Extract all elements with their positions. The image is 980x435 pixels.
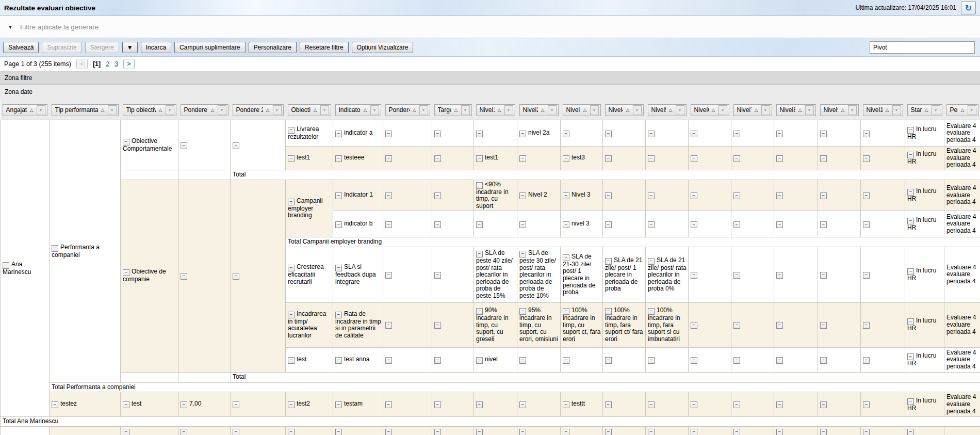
collapse-icon[interactable]: −: [605, 221, 612, 228]
collapse-icon[interactable]: −: [335, 429, 342, 435]
collapse-icon[interactable]: −: [820, 155, 827, 162]
filter-dropdown-icon[interactable]: ▼: [633, 105, 642, 115]
filter-dropdown-icon[interactable]: ▼: [848, 105, 857, 115]
collapse-icon[interactable]: −: [233, 273, 239, 280]
collapse-icon[interactable]: −: [820, 272, 827, 279]
collapse-icon[interactable]: −: [733, 155, 740, 162]
collapse-icon[interactable]: −: [385, 192, 392, 199]
column-header-st[interactable]: Stare△▼: [907, 104, 942, 116]
collapse-icon[interactable]: −: [181, 273, 187, 280]
filter-dropdown-icon[interactable]: ▼: [718, 105, 727, 115]
collapse-icon[interactable]: −: [476, 429, 483, 435]
collapse-icon[interactable]: −: [563, 155, 569, 162]
collapse-icon[interactable]: −: [648, 131, 655, 137]
filter-dropdown-icon[interactable]: ▼: [548, 105, 557, 115]
collapse-icon[interactable]: −: [691, 401, 697, 408]
collapse-icon[interactable]: −: [519, 155, 526, 162]
column-header-p1[interactable]: Pondere 1△▼: [181, 104, 228, 116]
filter-dropdown-icon[interactable]: ▼: [504, 105, 513, 115]
column-header-n7[interactable]: Nivel7△▼: [733, 104, 772, 116]
collapse-icon[interactable]: −: [335, 357, 342, 364]
collapse-icon[interactable]: −: [476, 155, 483, 162]
collapse-icon[interactable]: −: [385, 221, 392, 228]
collapse-icon[interactable]: −: [648, 357, 655, 364]
collapse-icon[interactable]: −: [563, 192, 569, 199]
collapse-icon[interactable]: −: [605, 401, 612, 408]
collapse-icon[interactable]: −: [181, 429, 187, 435]
collapse-icon[interactable]: −: [733, 192, 740, 199]
collapse-icon[interactable]: −: [385, 322, 392, 329]
collapse-icon[interactable]: −: [335, 131, 342, 137]
collapse-icon[interactable]: −: [434, 131, 441, 137]
prev-page-button[interactable]: <: [76, 59, 88, 69]
collapse-icon[interactable]: −: [563, 401, 569, 408]
collapse-icon[interactable]: −: [863, 221, 870, 228]
collapse-icon[interactable]: −: [434, 272, 441, 279]
collapse-icon[interactable]: −: [605, 192, 612, 199]
filter-dropdown-icon[interactable]: ▼: [166, 105, 174, 115]
filter-dropdown-icon[interactable]: ▼: [805, 105, 814, 115]
collapse-icon[interactable]: −: [181, 142, 187, 149]
column-header-tgt[interactable]: Target△▼: [434, 104, 472, 116]
filter-dropdown-icon[interactable]: ▼: [892, 105, 901, 115]
zone-data-bar[interactable]: Zona date: [0, 85, 980, 101]
column-header-n1[interactable]: Nivel1△▼: [476, 104, 515, 116]
column-header-per[interactable]: Perioada△▼: [946, 104, 978, 116]
collapse-icon[interactable]: −: [476, 401, 483, 408]
filter-dropdown-icon[interactable]: ▼: [370, 105, 379, 115]
column-header-n5[interactable]: Nivel5△▼: [648, 104, 687, 116]
collapse-icon[interactable]: −: [123, 401, 129, 408]
collapse-icon[interactable]: −: [691, 322, 697, 329]
column-header-n2[interactable]: Nivel2△▼: [519, 104, 559, 116]
filter-dropdown-icon[interactable]: ▼: [932, 105, 940, 115]
collapse-icon[interactable]: −: [820, 401, 827, 408]
next-page-button[interactable]: >: [123, 59, 135, 69]
collapse-icon[interactable]: −: [519, 429, 526, 435]
collapse-icon[interactable]: −: [820, 429, 827, 435]
extra-fields-button[interactable]: Campuri suplimentare: [174, 42, 245, 53]
collapse-icon[interactable]: −: [863, 322, 870, 329]
collapse-icon[interactable]: −: [519, 221, 526, 228]
filter-dropdown-icon[interactable]: ▼: [590, 105, 599, 115]
column-header-n10[interactable]: Nivel10△▼: [863, 104, 903, 116]
collapse-icon[interactable]: −: [733, 221, 740, 228]
filter-dropdown-icon[interactable]: ▼: [419, 105, 428, 115]
collapse-icon[interactable]: −: [820, 322, 827, 329]
collapse-icon[interactable]: −: [863, 401, 870, 408]
column-header-p2[interactable]: Pondere 2△▼: [233, 104, 284, 116]
collapse-icon[interactable]: −: [863, 192, 870, 199]
filter-dropdown-icon[interactable]: ▼: [676, 105, 684, 115]
collapse-icon[interactable]: −: [776, 272, 783, 279]
filter-dropdown-icon[interactable]: ▼: [273, 105, 282, 115]
collapse-icon[interactable]: −: [863, 429, 870, 435]
column-header-n4[interactable]: Nivel4△▼: [605, 104, 644, 116]
collapse-icon[interactable]: −: [385, 401, 392, 408]
collapse-icon[interactable]: −: [648, 155, 655, 162]
collapse-icon[interactable]: −: [776, 357, 783, 364]
filter-dropdown-icon[interactable]: ▼: [108, 105, 117, 115]
collapse-icon[interactable]: −: [335, 155, 342, 162]
collapse-icon[interactable]: −: [776, 322, 783, 329]
collapse-icon[interactable]: −: [434, 192, 441, 199]
column-header-n8[interactable]: Nivel8△▼: [776, 104, 816, 116]
collapse-icon[interactable]: −: [123, 429, 129, 435]
collapse-icon[interactable]: −: [385, 272, 392, 279]
collapse-icon[interactable]: −: [476, 131, 483, 137]
collapse-icon[interactable]: −: [648, 401, 655, 408]
collapse-icon[interactable]: −: [776, 221, 783, 228]
collapse-icon[interactable]: −: [776, 192, 783, 199]
collapse-icon[interactable]: −: [820, 192, 827, 199]
collapse-icon[interactable]: −: [476, 357, 483, 364]
collapse-icon[interactable]: −: [605, 131, 612, 137]
filter-dropdown-icon[interactable]: ▼: [761, 105, 770, 115]
collapse-icon[interactable]: −: [434, 155, 441, 162]
reset-filters-button[interactable]: Resetare filtre: [300, 42, 349, 53]
collapse-icon[interactable]: −: [691, 192, 697, 199]
collapse-icon[interactable]: −: [288, 357, 295, 364]
collapse-icon[interactable]: −: [733, 322, 740, 329]
personalize-button[interactable]: Personalizare: [249, 42, 297, 53]
collapse-icon[interactable]: −: [776, 401, 783, 408]
filter-dropdown-icon[interactable]: ▼: [461, 105, 470, 115]
filter-dropdown-icon[interactable]: ▼: [320, 105, 329, 115]
collapse-icon[interactable]: −: [648, 429, 655, 435]
